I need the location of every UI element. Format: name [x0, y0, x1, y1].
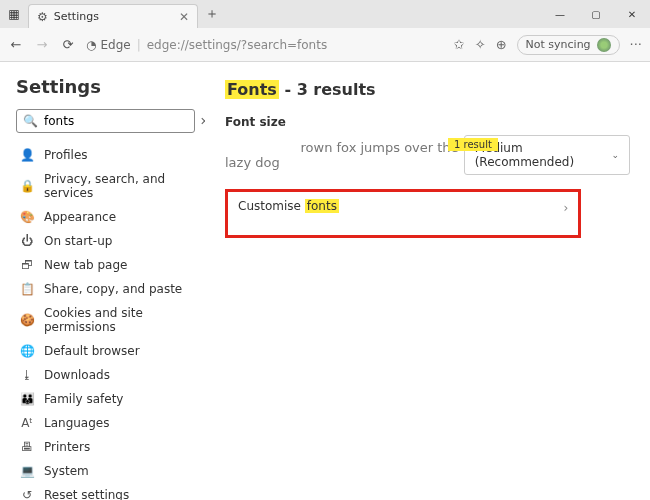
window-close-button[interactable]: ✕ [614, 0, 650, 28]
font-sample-text: The quick brown fox jumps over the lazy … [225, 140, 464, 170]
sidebar-item-languages[interactable]: AᵗLanguages [16, 411, 195, 435]
edge-logo-icon: ◔ [86, 38, 96, 52]
sidebar-item-downloads[interactable]: ⭳Downloads [16, 363, 195, 387]
sidebar-item-icon: 👪 [20, 392, 34, 406]
sidebar-item-icon: 🖶 [20, 440, 34, 454]
sidebar-item-icon: 📋 [20, 282, 34, 296]
forward-button: → [34, 37, 50, 52]
tab-title: Settings [54, 10, 99, 23]
profile-sync-button[interactable]: Not syncing [517, 35, 620, 55]
sidebar-item-profiles[interactable]: 👤Profiles [16, 143, 195, 167]
browser-tab-settings[interactable]: ⚙ Settings ✕ [28, 4, 198, 28]
sidebar-item-icon: 💻 [20, 464, 34, 478]
font-size-label: Font size [225, 115, 630, 129]
sidebar-item-icon: 👤 [20, 148, 34, 162]
sidebar-item-label: Share, copy, and paste [44, 282, 182, 296]
settings-sidebar: Settings 🔍 ✕ 👤Profiles🔒Privacy, search, … [0, 62, 205, 500]
sidebar-item-icon: 🍪 [20, 313, 34, 327]
sidebar-item-label: Default browser [44, 344, 140, 358]
sidebar-item-icon: 🌐 [20, 344, 34, 358]
sidebar-item-icon: ⏻ [20, 234, 34, 248]
chevron-right-icon: › [564, 201, 569, 215]
sidebar-item-label: Privacy, search, and services [44, 172, 191, 200]
result-count-badge: 1 result [448, 138, 498, 151]
sidebar-item-new-tab-page[interactable]: 🗗New tab page [16, 253, 195, 277]
chevron-down-icon: ⌄ [611, 150, 619, 160]
customise-fonts-label: Customise fonts [238, 199, 339, 213]
sidebar-item-label: Cookies and site permissions [44, 306, 191, 334]
refresh-button[interactable]: ⟳ [60, 37, 76, 52]
tab-close-icon[interactable]: ✕ [179, 10, 189, 24]
sidebar-item-label: Profiles [44, 148, 88, 162]
customise-fonts-row[interactable]: Customise fonts › [225, 189, 581, 238]
sidebar-item-icon: 🎨 [20, 210, 34, 224]
sidebar-item-label: Appearance [44, 210, 116, 224]
sidebar-item-on-start-up[interactable]: ⏻On start-up [16, 229, 195, 253]
sidebar-item-label: Languages [44, 416, 109, 430]
avatar-icon [597, 38, 611, 52]
sidebar-item-printers[interactable]: 🖶Printers [16, 435, 195, 459]
url-text: edge://settings/?search=fonts [147, 38, 327, 52]
more-menu-button[interactable]: ··· [630, 37, 642, 52]
sidebar-item-system[interactable]: 💻System [16, 459, 195, 483]
sidebar-item-cookies-and-site-permissions[interactable]: 🍪Cookies and site permissions [16, 301, 195, 339]
settings-search-box[interactable]: 🔍 ✕ [16, 109, 195, 133]
sidebar-item-icon: ⭳ [20, 368, 34, 382]
sidebar-item-default-browser[interactable]: 🌐Default browser [16, 339, 195, 363]
reading-list-icon[interactable]: ✩ [454, 37, 465, 52]
sidebar-item-share-copy-and-paste[interactable]: 📋Share, copy, and paste [16, 277, 195, 301]
new-tab-button[interactable]: ＋ [198, 0, 226, 28]
window-minimize-button[interactable]: — [542, 0, 578, 28]
window-app-icon: ▦ [0, 0, 28, 28]
favorites-icon[interactable]: ✧ [475, 37, 486, 52]
sidebar-item-privacy-search-and-services[interactable]: 🔒Privacy, search, and services [16, 167, 195, 205]
sidebar-item-label: Printers [44, 440, 90, 454]
search-icon: 🔍 [23, 114, 38, 128]
sidebar-item-label: Reset settings [44, 488, 129, 500]
browser-toolbar: ← → ⟳ ◔ Edge | edge://settings/?search=f… [0, 28, 650, 62]
sidebar-item-icon: 🗗 [20, 258, 34, 272]
settings-results-pane: Fonts - 3 results Font size The quick br… [205, 62, 650, 500]
sidebar-item-label: Family safety [44, 392, 123, 406]
sidebar-item-family-safety[interactable]: 👪Family safety [16, 387, 195, 411]
window-maximize-button[interactable]: ▢ [578, 0, 614, 28]
collections-icon[interactable]: ⊕ [496, 37, 507, 52]
sidebar-item-appearance[interactable]: 🎨Appearance [16, 205, 195, 229]
sidebar-item-label: On start-up [44, 234, 112, 248]
sidebar-item-label: New tab page [44, 258, 127, 272]
address-bar[interactable]: ◔ Edge | edge://settings/?search=fonts [86, 38, 444, 52]
sidebar-item-icon: 🔒 [20, 179, 34, 193]
sidebar-item-icon: Aᵗ [20, 416, 34, 430]
back-button[interactable]: ← [8, 37, 24, 52]
page-title: Settings [16, 76, 195, 97]
results-heading: Fonts - 3 results [225, 80, 630, 99]
edge-protocol-chip: ◔ Edge [86, 38, 131, 52]
sidebar-item-label: System [44, 464, 89, 478]
gear-icon: ⚙ [37, 10, 48, 24]
search-input[interactable] [44, 114, 194, 128]
sidebar-item-reset-settings[interactable]: ↺Reset settings [16, 483, 195, 500]
title-bar: ▦ ⚙ Settings ✕ ＋ — ▢ ✕ [0, 0, 650, 28]
sidebar-item-label: Downloads [44, 368, 110, 382]
sidebar-item-icon: ↺ [20, 488, 34, 500]
